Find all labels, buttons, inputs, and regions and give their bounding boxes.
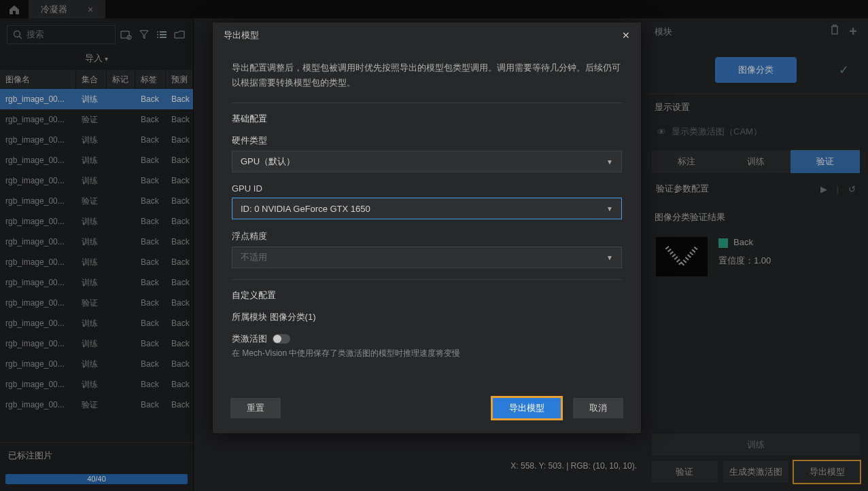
float-precision-label: 浮点精度: [232, 230, 622, 242]
modal-title: 导出模型: [224, 29, 259, 41]
cam-toggle-label: 类激活图: [232, 333, 267, 345]
reset-button[interactable]: 重置: [230, 398, 281, 418]
cam-toggle[interactable]: [273, 334, 290, 344]
close-icon[interactable]: ✕: [622, 30, 630, 41]
hardware-type-select[interactable]: GPU（默认）▼: [232, 151, 622, 172]
modal-description: 导出配置调整后，模型包被调用时优先按照导出的模型包类型调用。调用需要等待几分钟。…: [232, 60, 622, 90]
gpu-id-label: GPU ID: [232, 183, 622, 194]
basic-config-title: 基础配置: [232, 113, 622, 125]
cancel-button[interactable]: 取消: [573, 398, 623, 418]
gpu-id-select[interactable]: ID: 0 NVIDIA GeForce GTX 1650▼: [232, 198, 622, 219]
export-model-dialog: 导出模型 ✕ 导出配置调整后，模型包被调用时优先按照导出的模型包类型调用。调用需…: [212, 22, 642, 434]
hardware-type-label: 硬件类型: [232, 134, 622, 147]
chevron-down-icon: ▼: [606, 205, 613, 213]
export-button[interactable]: 导出模型: [493, 398, 561, 418]
float-precision-select: 不适用▼: [232, 247, 622, 268]
module-owner-label: 所属模块 图像分类(1): [232, 311, 622, 323]
chevron-down-icon: ▼: [606, 254, 613, 261]
cam-hint: 在 Mech-Vision 中使用保存了类激活图的模型时推理速度将变慢: [232, 348, 622, 359]
chevron-down-icon: ▼: [606, 158, 613, 166]
custom-config-title: 自定义配置: [232, 289, 622, 302]
